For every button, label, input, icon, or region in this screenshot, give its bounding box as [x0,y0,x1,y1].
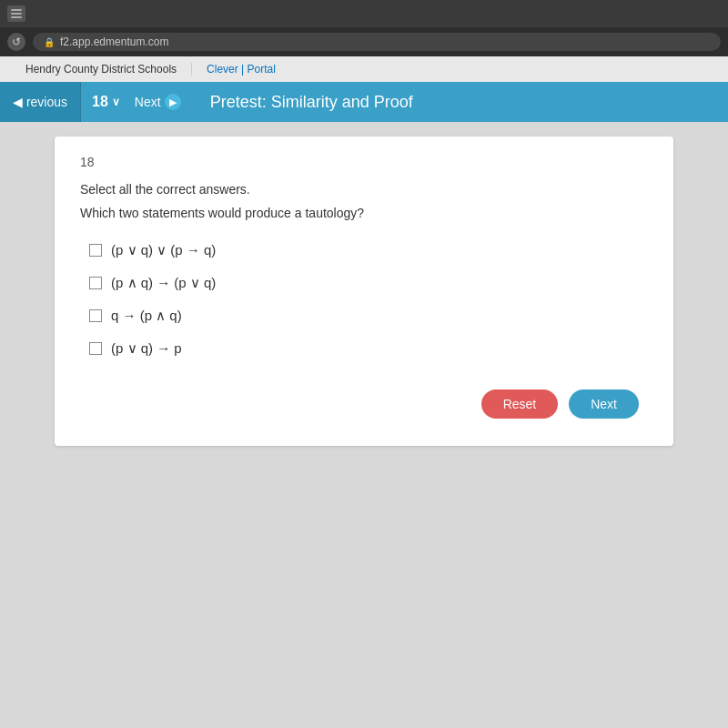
question-text: Which two statements would produce a tau… [80,206,648,220]
nav-next-button[interactable]: Next ▶ [127,94,188,110]
checkbox-d[interactable] [89,342,102,355]
bookmark-school[interactable]: Hendry County District Schools [11,63,192,76]
tab-bar [0,0,728,27]
button-row: Reset Next [80,389,648,419]
svg-rect-0 [11,9,22,11]
option-a[interactable]: (p ∨ q) ∨ (p → q) [89,242,648,258]
reset-button[interactable]: Reset [481,389,559,419]
url-text: f2.app.edmentum.com [60,35,168,48]
svg-rect-2 [11,16,22,18]
question-number: 18 [80,155,648,169]
option-d-text: (p ∨ q) → p [111,340,182,357]
option-a-text: (p ∨ q) ∨ (p → q) [111,242,216,258]
option-b[interactable]: (p ∧ q) → (p ∨ q) [89,275,648,291]
next-circle-icon: ▶ [165,94,181,110]
question-instruction: Select all the correct answers. [80,182,648,197]
address-bar: ↺ 🔒 f2.app.edmentum.com [0,27,728,56]
next-button[interactable]: Next [569,389,639,419]
previous-button[interactable]: ◀ revious [0,82,81,122]
checkbox-a[interactable] [89,244,102,257]
question-number-nav: 18 ∨ [81,94,127,110]
tab-icon [7,5,25,22]
answer-options: (p ∨ q) ∨ (p → q) (p ∧ q) → (p ∨ q) q → … [89,242,648,357]
option-b-text: (p ∧ q) → (p ∨ q) [111,275,216,291]
nav-next-label: Next [135,95,161,109]
browser-chrome: ↺ 🔒 f2.app.edmentum.com [0,0,728,56]
bookmark-clever[interactable]: Clever | Portal [192,63,290,76]
option-c-text: q → (p ∧ q) [111,308,182,324]
app-nav: ◀ revious 18 ∨ Next ▶ Pretest: Similarit… [0,82,728,122]
chevron-down-icon[interactable]: ∨ [112,96,120,108]
main-content: 18 Select all the correct answers. Which… [0,122,728,728]
bookmarks-bar: Hendry County District Schools Clever | … [0,56,728,82]
question-card: 18 Select all the correct answers. Which… [55,136,673,446]
option-c[interactable]: q → (p ∧ q) [89,308,648,324]
url-bar[interactable]: 🔒 f2.app.edmentum.com [33,33,721,51]
page-title: Pretest: Similarity and Proof [188,93,413,112]
checkbox-c[interactable] [89,309,102,322]
lock-icon: 🔒 [44,37,55,47]
question-num-text: 18 [92,94,108,110]
refresh-button[interactable]: ↺ [7,33,25,51]
option-d[interactable]: (p ∨ q) → p [89,340,648,357]
previous-label: ◀ revious [13,95,67,109]
checkbox-b[interactable] [89,277,102,289]
svg-rect-1 [11,13,22,15]
